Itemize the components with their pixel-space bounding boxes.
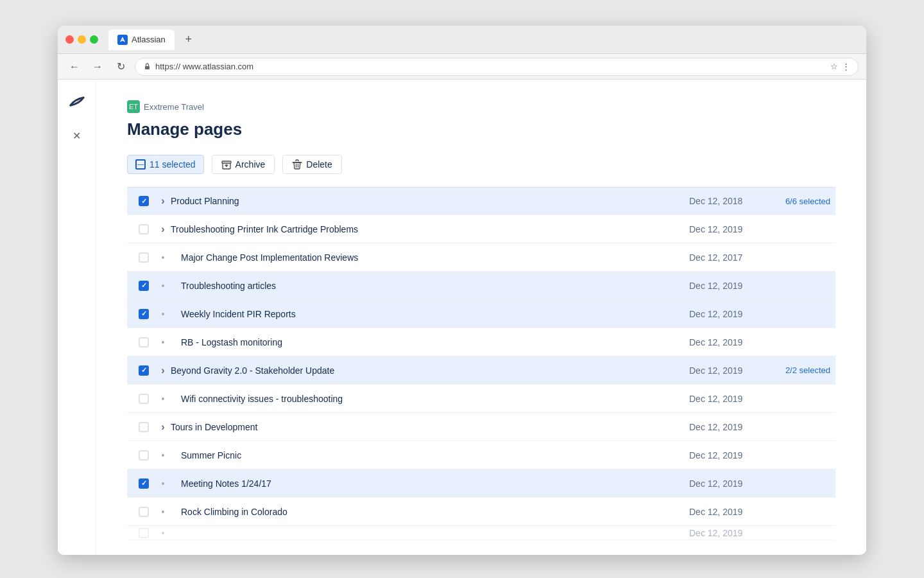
row-title: Tours in Development (171, 414, 689, 440)
checkbox-cell (132, 450, 155, 460)
svg-rect-1 (222, 161, 231, 163)
row-expand-icon: • (155, 507, 171, 517)
main-content: ET Exxtreme Travel Manage pages 11 selec… (96, 80, 866, 555)
row-checkbox[interactable] (139, 528, 149, 538)
checkbox-cell (132, 224, 155, 234)
delete-label: Delete (306, 159, 332, 170)
table-row[interactable]: ›Product PlanningDec 12, 20186/6 selecte… (127, 187, 835, 215)
confluence-logo[interactable] (68, 92, 86, 114)
delete-button[interactable]: Delete (282, 155, 341, 174)
browser-window: Atlassian + ← → ↻ https:// www.atlassian… (58, 26, 866, 555)
row-expand-icon[interactable]: › (155, 421, 171, 433)
row-date: Dec 12, 2019 (689, 337, 766, 347)
new-tab-button[interactable]: + (180, 31, 198, 49)
table-row[interactable]: ›Tours in DevelopmentDec 12, 2019 (127, 413, 835, 441)
url-text: https:// www.atlassian.com (155, 62, 826, 71)
checkbox-cell (132, 337, 155, 347)
more-icon[interactable]: ⋮ (842, 62, 850, 71)
row-checkbox[interactable] (139, 478, 149, 489)
checkbox-cell (132, 365, 155, 376)
indeterminate-checkbox-icon (135, 159, 146, 170)
space-icon: ET (127, 100, 140, 113)
back-button[interactable]: ← (65, 58, 83, 76)
checkbox-cell (132, 528, 155, 538)
address-bar[interactable]: https:// www.atlassian.com ☆ ⋮ (135, 58, 859, 76)
minimize-traffic-light[interactable] (78, 35, 86, 44)
row-title: Major Change Post Implementation Reviews (171, 245, 689, 270)
row-date: Dec 12, 2019 (689, 450, 766, 460)
forward-button[interactable]: → (89, 58, 107, 76)
atlassian-tab-icon (117, 35, 128, 45)
maximize-traffic-light[interactable] (90, 35, 98, 44)
row-checkbox[interactable] (139, 196, 149, 206)
checkbox-cell (132, 422, 155, 432)
checkbox-cell (132, 309, 155, 319)
row-title: Troubleshooting articles (171, 273, 689, 299)
page-title: Manage pages (127, 119, 835, 139)
breadcrumb-text: Exxtreme Travel (144, 102, 204, 112)
star-icon[interactable]: ☆ (830, 62, 838, 71)
reload-button[interactable]: ↻ (112, 58, 130, 76)
table-row[interactable]: •RB - Logstash monitoringDec 12, 2019 (127, 328, 835, 356)
table-row[interactable]: ›Troubleshooting Printer Ink Cartridge P… (127, 215, 835, 243)
table-row[interactable]: •Major Change Post Implementation Review… (127, 243, 835, 272)
archive-label: Archive (235, 159, 266, 170)
archive-button[interactable]: Archive (212, 155, 275, 174)
table-row[interactable]: •Summer PicnicDec 12, 2019 (127, 441, 835, 469)
row-title: RB - Logstash monitoring (171, 329, 689, 355)
close-icon[interactable]: ✕ (73, 130, 81, 142)
row-expand-icon: • (155, 337, 171, 347)
row-date: Dec 12, 2019 (689, 478, 766, 489)
row-checkbox[interactable] (139, 281, 149, 291)
row-checkbox[interactable] (139, 252, 149, 263)
row-expand-icon: • (155, 394, 171, 404)
table-row[interactable]: •Rock Climbing in ColoradoDec 12, 2019 (127, 498, 835, 526)
row-checkbox[interactable] (139, 309, 149, 319)
row-date: Dec 12, 2017 (689, 252, 766, 263)
row-expand-icon: • (155, 252, 171, 263)
row-checkbox[interactable] (139, 507, 149, 517)
address-icons: ☆ ⋮ (830, 62, 850, 71)
row-expand-icon[interactable]: › (155, 223, 171, 235)
checkbox-cell (132, 394, 155, 404)
svg-rect-0 (145, 66, 150, 69)
row-title: Troubleshooting Printer Ink Cartridge Pr… (171, 216, 689, 242)
row-checkbox[interactable] (139, 337, 149, 347)
pages-list: ›Product PlanningDec 12, 20186/6 selecte… (127, 187, 835, 540)
table-row[interactable]: •Troubleshooting articlesDec 12, 2019 (127, 272, 835, 300)
row-title: Summer Picnic (171, 442, 689, 468)
row-checkbox[interactable] (139, 394, 149, 404)
row-checkbox[interactable] (139, 365, 149, 376)
checkbox-cell (132, 252, 155, 263)
table-row[interactable]: •Wifi connectivity issues - troubleshoot… (127, 385, 835, 413)
row-expand-icon: • (155, 450, 171, 460)
row-date: Dec 12, 2019 (689, 309, 766, 319)
row-expand-icon: • (155, 281, 171, 291)
table-row[interactable]: ›Beyond Gravity 2.0 - Stakeholder Update… (127, 356, 835, 385)
archive-icon (221, 159, 232, 170)
sidebar: ✕ (58, 80, 96, 555)
row-checkbox[interactable] (139, 450, 149, 460)
row-checkbox[interactable] (139, 422, 149, 432)
row-selection-badge: 6/6 selected (766, 197, 830, 206)
row-expand-icon: • (155, 309, 171, 319)
tab-label: Atlassian (132, 35, 166, 44)
table-row[interactable]: •Dec 12, 2019 (127, 526, 835, 540)
selected-count-button[interactable]: 11 selected (127, 155, 204, 174)
browser-tab[interactable]: Atlassian (108, 30, 175, 50)
row-title: Weekly Incident PIR Reports (171, 301, 689, 327)
checkbox-cell (132, 196, 155, 206)
table-row[interactable]: •Meeting Notes 1/24/17Dec 12, 2019 (127, 469, 835, 498)
row-expand-icon[interactable]: › (155, 195, 171, 207)
row-expand-icon[interactable]: › (155, 365, 171, 376)
toolbar: 11 selected Archive (127, 155, 835, 174)
row-checkbox[interactable] (139, 224, 149, 234)
row-date: Dec 12, 2019 (689, 365, 766, 376)
close-traffic-light[interactable] (65, 35, 74, 44)
table-row[interactable]: •Weekly Incident PIR ReportsDec 12, 2019 (127, 300, 835, 328)
row-title: Rock Climbing in Colorado (171, 499, 689, 525)
checkbox-cell (132, 507, 155, 517)
row-date: Dec 12, 2019 (689, 422, 766, 432)
traffic-lights (65, 35, 98, 44)
app-layout: ✕ ET Exxtreme Travel Manage pages 11 sel… (58, 80, 866, 555)
